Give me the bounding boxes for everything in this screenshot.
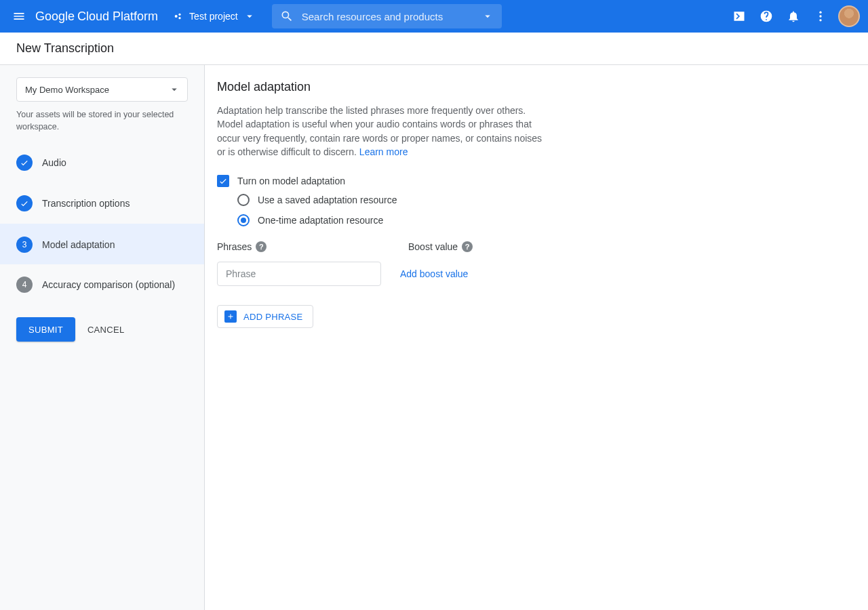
boost-value-header: Boost value ? — [408, 241, 473, 252]
turn-on-adaptation-checkbox[interactable] — [217, 175, 229, 187]
search-input[interactable] — [294, 11, 478, 22]
step-label: Audio — [42, 157, 66, 168]
add-phrase-button[interactable]: ADD PHRASE — [217, 305, 313, 328]
check-icon — [16, 195, 33, 211]
help-icon[interactable] — [753, 3, 780, 30]
section-description: Adaptation help transcribe the listed ph… — [217, 104, 549, 159]
step-model-adaptation[interactable]: 3 Model adaptation — [0, 224, 204, 264]
plus-icon — [224, 310, 237, 323]
svg-point-1 — [179, 14, 181, 16]
more-icon[interactable] — [807, 3, 834, 30]
main-content: Model adaptation Adaptation help transcr… — [205, 65, 868, 610]
page-title-bar: New Transcription — [0, 33, 868, 65]
search-dropdown-icon[interactable] — [477, 6, 498, 26]
menu-icon[interactable] — [5, 3, 33, 30]
radio-label: Use a saved adaptation resource — [258, 195, 397, 205]
project-name: Test project — [189, 11, 238, 22]
svg-point-0 — [175, 15, 178, 18]
step-accuracy-comparison[interactable]: 4 Accuracy comparison (optional) — [0, 264, 204, 305]
workspace-hint: Your assets will be stored in your selec… — [16, 108, 188, 133]
help-tooltip-icon[interactable]: ? — [462, 241, 473, 252]
cancel-button[interactable]: Cancel — [87, 325, 125, 335]
chevron-down-icon — [243, 10, 256, 22]
submit-button[interactable]: Submit — [16, 317, 75, 342]
add-boost-value-link[interactable]: Add boost value — [400, 268, 468, 279]
phrase-input[interactable] — [217, 262, 381, 286]
user-avatar[interactable] — [838, 5, 860, 27]
svg-point-2 — [179, 17, 181, 19]
checkbox-label: Turn on model adaptation — [237, 176, 345, 186]
radio-onetime-resource[interactable]: One-time adaptation resource — [237, 214, 852, 226]
search-icon — [280, 9, 294, 23]
help-tooltip-icon[interactable]: ? — [256, 241, 267, 252]
svg-point-5 — [819, 19, 821, 21]
step-number-badge: 3 — [16, 237, 33, 253]
step-label: Transcription options — [42, 198, 130, 209]
step-label: Model adaptation — [42, 239, 115, 250]
step-label: Accuracy comparison (optional) — [42, 279, 175, 290]
chevron-down-icon — [168, 83, 180, 96]
cloud-shell-icon[interactable] — [726, 3, 753, 30]
section-title: Model adaptation — [217, 80, 852, 94]
workspace-select-value: My Demo Workspace — [25, 85, 109, 95]
step-audio[interactable]: Audio — [0, 142, 204, 183]
phrases-header: Phrases ? — [217, 241, 381, 252]
gcp-logo[interactable]: GoogleCloud Platform — [35, 9, 158, 24]
notifications-icon[interactable] — [780, 3, 807, 30]
radio-icon — [237, 194, 250, 206]
radio-icon — [237, 214, 250, 226]
step-transcription-options[interactable]: Transcription options — [0, 183, 204, 224]
svg-point-3 — [819, 12, 821, 14]
step-number-badge: 4 — [16, 277, 33, 293]
search-bar[interactable] — [272, 4, 502, 28]
check-icon — [16, 155, 33, 171]
app-bar: GoogleCloud Platform Test project — [0, 0, 868, 33]
project-picker[interactable]: Test project — [170, 10, 258, 22]
page-title: New Transcription — [16, 41, 114, 56]
radio-saved-resource[interactable]: Use a saved adaptation resource — [237, 194, 852, 206]
workspace-select[interactable]: My Demo Workspace — [16, 77, 188, 102]
learn-more-link[interactable]: Learn more — [359, 146, 408, 157]
radio-label: One-time adaptation resource — [258, 215, 383, 226]
svg-point-4 — [819, 15, 821, 17]
sidebar: My Demo Workspace Your assets will be st… — [0, 65, 205, 610]
